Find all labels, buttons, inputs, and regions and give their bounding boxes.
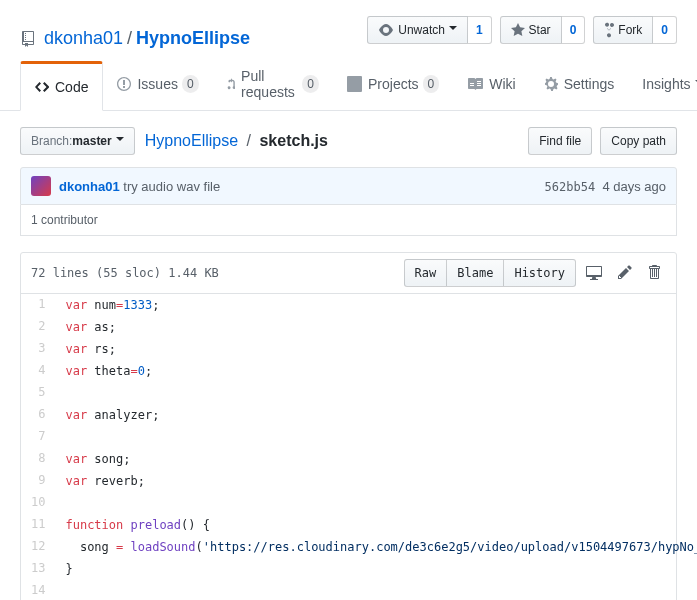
line-number[interactable]: 8 (21, 448, 55, 470)
commit-message[interactable]: try audio wav file (123, 179, 220, 194)
code-line: 10 (21, 492, 697, 514)
line-content[interactable] (55, 492, 697, 514)
code-line: 11function preload() { (21, 514, 697, 536)
line-number[interactable]: 9 (21, 470, 55, 492)
fork-icon (604, 22, 614, 38)
tab-projects[interactable]: Projects0 (333, 61, 453, 110)
fork-button[interactable]: Fork (593, 16, 653, 44)
edit-icon[interactable] (612, 264, 638, 283)
code-line: 1var num=1333; (21, 294, 697, 316)
repo-icon (20, 31, 36, 47)
raw-button[interactable]: Raw (404, 259, 448, 287)
gear-icon (544, 76, 558, 92)
line-number[interactable]: 4 (21, 360, 55, 382)
code-line: 3var rs; (21, 338, 697, 360)
code-line: 5 (21, 382, 697, 404)
trash-icon[interactable] (642, 264, 666, 283)
breadcrumb-file: sketch.js (259, 132, 327, 149)
line-content[interactable]: var reverb; (55, 470, 697, 492)
code-table: 1var num=1333;2var as;3var rs;4var theta… (21, 294, 697, 600)
line-number[interactable]: 10 (21, 492, 55, 514)
code-line: 12 song = loadSound('https://res.cloudin… (21, 536, 697, 558)
pr-icon (227, 76, 235, 92)
line-content[interactable] (55, 426, 697, 448)
history-button[interactable]: History (503, 259, 576, 287)
line-content[interactable]: var num=1333; (55, 294, 697, 316)
contributors[interactable]: 1 contributor (20, 205, 677, 236)
line-number[interactable]: 7 (21, 426, 55, 448)
find-file-button[interactable]: Find file (528, 127, 592, 155)
book-icon (467, 76, 483, 92)
star-icon (511, 22, 525, 38)
avatar[interactable] (31, 176, 51, 196)
line-content[interactable]: function preload() { (55, 514, 697, 536)
line-content[interactable]: song = loadSound('https://res.cloudinary… (55, 536, 697, 558)
code-line: 2var as; (21, 316, 697, 338)
eye-icon (378, 22, 394, 38)
line-content[interactable]: var analyzer; (55, 404, 697, 426)
line-content[interactable]: var song; (55, 448, 697, 470)
code-line: 13} (21, 558, 697, 580)
line-content[interactable] (55, 382, 697, 404)
commit-age: 4 days ago (602, 179, 666, 194)
copy-path-button[interactable]: Copy path (600, 127, 677, 155)
star-count[interactable]: 0 (562, 16, 586, 44)
star-button[interactable]: Star (500, 16, 562, 44)
code-line: 6var analyzer; (21, 404, 697, 426)
unwatch-button[interactable]: Unwatch (367, 16, 468, 44)
repo-link[interactable]: HypnoEllipse (136, 28, 250, 48)
code-line: 9var reverb; (21, 470, 697, 492)
desktop-icon[interactable] (580, 264, 608, 283)
repo-nav: Code Issues0 Pull requests0 Projects0 Wi… (20, 61, 677, 110)
commit-sha[interactable]: 562bb54 (545, 180, 596, 194)
code-line: 4var theta=0; (21, 360, 697, 382)
watch-count[interactable]: 1 (468, 16, 492, 44)
code-line: 7 (21, 426, 697, 448)
breadcrumb-root[interactable]: HypnoEllipse (145, 132, 238, 149)
line-number[interactable]: 11 (21, 514, 55, 536)
line-number[interactable]: 12 (21, 536, 55, 558)
commit-author[interactable]: dkonha01 (59, 179, 120, 194)
line-content[interactable]: var theta=0; (55, 360, 697, 382)
tab-settings[interactable]: Settings (530, 61, 629, 110)
line-number[interactable]: 1 (21, 294, 55, 316)
file-info: 72 lines (55 sloc) 1.44 KB (31, 266, 219, 280)
line-number[interactable]: 3 (21, 338, 55, 360)
code-icon (35, 79, 49, 95)
repo-actions: Unwatch 1 Star 0 Fork 0 (367, 16, 677, 44)
project-icon (347, 76, 362, 92)
blame-button[interactable]: Blame (446, 259, 504, 287)
tab-issues[interactable]: Issues0 (103, 61, 212, 110)
line-content[interactable]: } (55, 558, 697, 580)
line-content[interactable]: var rs; (55, 338, 697, 360)
owner-link[interactable]: dkonha01 (44, 28, 123, 49)
line-number[interactable]: 14 (21, 580, 55, 600)
line-number[interactable]: 5 (21, 382, 55, 404)
tab-insights[interactable]: Insights (628, 61, 697, 110)
branch-select[interactable]: Branch: master (20, 127, 135, 155)
tab-code[interactable]: Code (20, 61, 103, 111)
breadcrumb: HypnoEllipse / sketch.js (145, 132, 328, 150)
line-number[interactable]: 6 (21, 404, 55, 426)
line-content[interactable]: var as; (55, 316, 697, 338)
line-number[interactable]: 13 (21, 558, 55, 580)
issue-icon (117, 76, 131, 92)
code-line: 8var song; (21, 448, 697, 470)
fork-count[interactable]: 0 (653, 16, 677, 44)
line-content[interactable] (55, 580, 697, 600)
commit-tease: dkonha01 try audio wav file 562bb54 4 da… (20, 167, 677, 205)
tab-pulls[interactable]: Pull requests0 (213, 61, 333, 110)
line-number[interactable]: 2 (21, 316, 55, 338)
tab-wiki[interactable]: Wiki (453, 61, 529, 110)
code-line: 14 (21, 580, 697, 600)
repo-title: dkonha01 / HypnoEllipse (20, 28, 367, 49)
